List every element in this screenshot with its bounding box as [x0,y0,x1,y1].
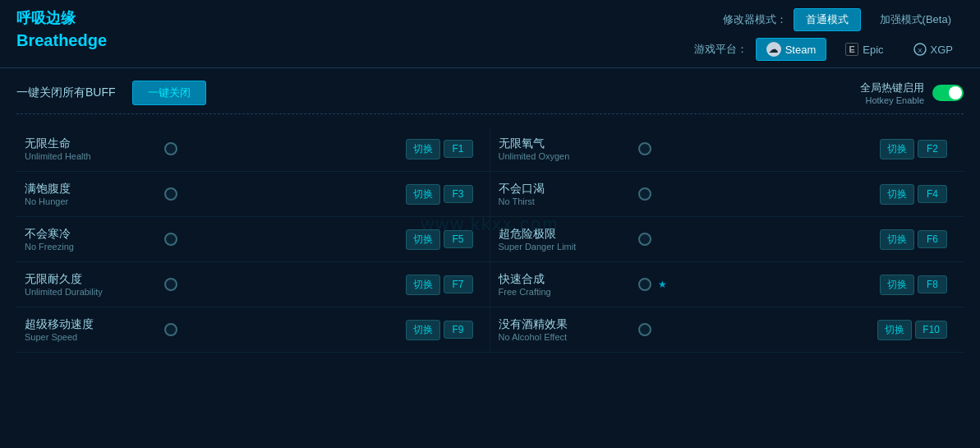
key-badge: F9 [444,321,473,339]
switch-button[interactable]: 切换 [877,320,912,340]
cheat-name: 不会寒冷No Freezing [25,227,156,252]
switch-button[interactable]: 切换 [406,229,440,250]
cheat-keybind: 切换F5 [406,229,481,250]
cheat-name-en: Unlimited Durability [25,287,156,297]
cheat-name-zh: 超危险极限 [499,227,630,242]
cheat-toggle-area: 切换F4 [630,184,956,205]
platform-xgp-label: XGP [931,44,953,56]
mode-normal-button[interactable]: 首通模式 [794,8,861,31]
cheat-name-en: No Alcohol Effect [499,332,630,342]
cheat-radio[interactable] [638,323,651,336]
cheat-item: 快速合成Free Crafting★切换F8 [490,262,964,307]
cheat-item: 超危险极限Super Danger Limit切换F6 [490,217,964,262]
svg-text:X: X [918,47,922,54]
cheat-name: 无限生命Unlimited Health [25,136,156,161]
hotkey-area: 全局热键启用 Hotkey Enable [860,81,964,105]
key-badge: F7 [444,275,473,293]
hotkey-toggle[interactable] [932,85,964,101]
key-badge: F1 [444,140,473,158]
header: 呼吸边缘 Breathedge 修改器模式： 首通模式 加强模式(Beta) 游… [0,0,980,68]
cheat-radio[interactable] [638,142,651,155]
platform-epic-button[interactable]: E Epic [835,39,894,60]
switch-button[interactable]: 切换 [406,275,440,295]
cheat-name-en: Super Speed [25,332,156,342]
cheat-keybind: 切换F10 [877,320,955,340]
cheat-radio[interactable] [638,233,651,246]
cheat-radio[interactable] [638,278,651,291]
cheat-keybind: 切换F3 [406,184,481,205]
cheat-keybind: 切换F9 [406,320,481,340]
cheat-name: 没有酒精效果No Alcohol Effect [499,317,630,342]
switch-button[interactable]: 切换 [406,139,440,159]
cheat-name-zh: 无限耐久度 [25,272,156,287]
platform-steam-button[interactable]: ☁ Steam [756,38,827,61]
cheat-name: 不会口渴No Thirst [499,182,630,206]
platform-row: 游戏平台： ☁ Steam E Epic X XGP [694,38,964,61]
cheat-name: 超级移动速度Super Speed [25,317,156,342]
one-key-label: 一键关闭所有BUFF [16,85,116,100]
cheat-radio[interactable] [164,278,177,291]
cheat-keybind: 切换F6 [880,229,955,250]
cheat-name-en: No Freezing [25,242,156,252]
cheat-toggle-area: 切换F5 [156,229,481,250]
cheat-name: 无限氧气Unlimited Oxygen [499,136,630,161]
mode-beta-button[interactable]: 加强模式(Beta) [867,8,964,31]
cheat-radio[interactable] [164,323,177,336]
xgp-icon: X [913,43,927,56]
header-right: 修改器模式： 首通模式 加强模式(Beta) 游戏平台： ☁ Steam E E… [694,8,964,67]
cheat-name-en: Unlimited Health [25,151,156,161]
key-badge: F5 [444,230,473,248]
switch-button[interactable]: 切换 [406,184,440,205]
platform-xgp-button[interactable]: X XGP [903,39,964,60]
cheat-toggle-area: 切换F3 [156,184,481,205]
switch-button[interactable]: 切换 [406,320,440,340]
hotkey-label-zh: 全局热键启用 [860,81,924,95]
cheat-keybind: 切换F8 [880,275,955,295]
cheat-name: 快速合成Free Crafting [499,272,630,297]
cheat-item: 无限生命Unlimited Health切换F1 [16,127,490,172]
key-badge: F6 [918,230,947,248]
cheat-toggle-area: 切换F7 [156,275,481,295]
cheat-name: 无限耐久度Unlimited Durability [25,272,156,297]
cheat-name-en: No Hunger [25,196,156,206]
cheat-item: 满饱腹度No Hunger切换F3 [16,172,490,217]
cheat-item: 超级移动速度Super Speed切换F9 [16,307,490,353]
cheat-keybind: 切换F2 [880,139,955,159]
cheat-name-zh: 满饱腹度 [25,182,156,196]
hotkey-label-block: 全局热键启用 Hotkey Enable [860,81,924,105]
cheat-item: 无限氧气Unlimited Oxygen切换F2 [490,127,964,172]
switch-button[interactable]: 切换 [880,184,914,205]
cheat-name-en: Free Crafting [499,287,630,297]
cheat-radio[interactable] [164,142,177,155]
cheat-name: 满饱腹度No Hunger [25,182,156,206]
cheat-name-zh: 无限氧气 [499,136,630,151]
cheat-radio[interactable] [164,233,177,246]
cheat-name-zh: 没有酒精效果 [499,317,630,332]
one-key-row: 一键关闭所有BUFF 一键关闭 全局热键启用 Hotkey Enable [16,81,964,114]
one-key-left: 一键关闭所有BUFF 一键关闭 [16,81,206,105]
cheat-keybind: 切换F1 [406,139,481,159]
platform-epic-label: Epic [863,44,883,56]
key-badge: F10 [915,321,947,339]
cheat-name-zh: 超级移动速度 [25,317,156,332]
cheat-item: 不会口渴No Thirst切换F4 [490,172,964,217]
cheat-grid: 无限生命Unlimited Health切换F1无限氧气Unlimited Ox… [16,127,964,353]
epic-icon: E [845,43,858,56]
switch-button[interactable]: 切换 [880,229,914,250]
switch-button[interactable]: 切换 [880,275,914,295]
platform-steam-label: Steam [785,44,817,56]
cheat-name-en: No Thirst [499,196,630,206]
cheat-keybind: 切换F4 [880,184,955,205]
game-title-area: 呼吸边缘 Breathedge [16,8,107,52]
mode-row: 修改器模式： 首通模式 加强模式(Beta) [723,8,964,31]
toggle-knob [949,86,962,99]
switch-button[interactable]: 切换 [880,139,914,159]
cheat-name-en: Unlimited Oxygen [499,151,630,161]
cheat-toggle-area: 切换F10 [630,320,956,340]
one-key-button[interactable]: 一键关闭 [132,81,206,105]
cheat-radio[interactable] [638,187,651,201]
cheat-item: 不会寒冷No Freezing切换F5 [16,217,490,262]
cheat-radio[interactable] [164,187,177,201]
cheat-name-zh: 不会口渴 [499,182,630,196]
cheat-name-zh: 无限生命 [25,136,156,151]
